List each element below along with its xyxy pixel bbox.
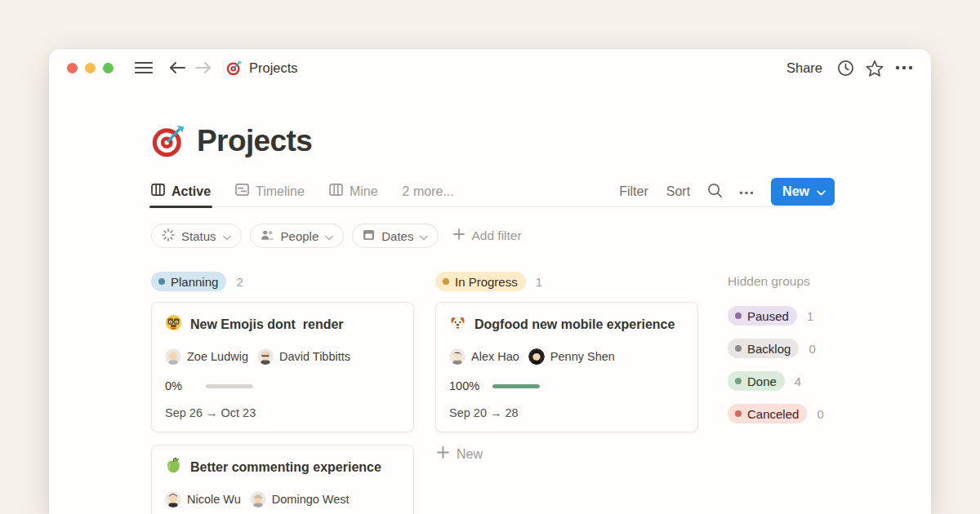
chevron-down-icon xyxy=(817,184,826,199)
person-name: Penny Shen xyxy=(550,350,615,363)
board-view-icon xyxy=(151,184,165,199)
card-progress: 100% xyxy=(449,379,684,392)
search-button[interactable] xyxy=(703,179,727,204)
status-dot xyxy=(735,312,742,319)
clock-icon xyxy=(837,60,854,77)
view-toolbar: Filter Sort New xyxy=(614,178,835,206)
person-name: Domingo West xyxy=(272,493,350,506)
column-in-progress: In Progress 1 Dogfood new mobile experie… xyxy=(435,272,698,463)
arrow-left-icon xyxy=(169,61,185,74)
tab-mine[interactable]: Mine xyxy=(329,176,378,206)
status-pill-paused[interactable]: Paused xyxy=(728,306,797,326)
disguised-face-icon xyxy=(165,314,182,335)
column-count: 1 xyxy=(536,275,542,289)
column-count: 2 xyxy=(236,275,243,289)
minimize-window-button[interactable] xyxy=(85,63,96,73)
status-dot xyxy=(158,278,165,285)
group-count: 1 xyxy=(807,309,813,323)
timeline-view-icon xyxy=(235,184,249,199)
status-filter-chip[interactable]: Status xyxy=(151,224,242,248)
group-count: 0 xyxy=(817,407,823,421)
status-pill-backlog[interactable]: Backlog xyxy=(728,339,799,358)
hidden-group-canceled[interactable]: Canceled 0 xyxy=(728,404,824,423)
avatar xyxy=(165,491,181,507)
status-pill-in-progress[interactable]: In Progress xyxy=(435,272,526,291)
project-card[interactable]: New Emojis dont render Zoe Ludwig David … xyxy=(151,302,414,432)
kanban-board: Planning 2 New Emojis dont render Zoe Lu… xyxy=(151,272,835,514)
person-name: Nicole Wu xyxy=(187,493,241,506)
sort-button[interactable]: Sort xyxy=(662,181,695,202)
favorite-button[interactable] xyxy=(864,58,885,78)
people-filter-chip[interactable]: People xyxy=(250,224,345,248)
green-apple-icon xyxy=(165,457,182,477)
view-options-button[interactable] xyxy=(735,182,758,201)
person-name: Alex Hao xyxy=(471,350,519,363)
titlebar-actions: Share xyxy=(782,57,915,79)
share-button[interactable]: Share xyxy=(782,57,827,79)
target-icon xyxy=(226,60,242,76)
status-dot xyxy=(443,278,449,285)
hidden-groups-list: Paused 1 Backlog 0 Done 4 Canceled xyxy=(728,306,824,423)
status-pill-planning[interactable]: Planning xyxy=(151,272,226,291)
forward-button[interactable] xyxy=(194,60,213,76)
card-people: Nicole Wu Domingo West xyxy=(165,491,400,507)
card-dates: Sep 20 → 28 xyxy=(449,406,684,419)
ellipsis-icon xyxy=(739,185,754,197)
page-title: Projects xyxy=(197,124,312,158)
arrow-right-icon xyxy=(195,61,212,74)
person-name: Zoe Ludwig xyxy=(187,350,248,363)
progress-track xyxy=(206,384,253,388)
hidden-group-backlog[interactable]: Backlog 0 xyxy=(728,339,824,358)
traffic-lights xyxy=(67,63,114,73)
hidden-group-paused[interactable]: Paused 1 xyxy=(728,306,824,326)
zoom-window-button[interactable] xyxy=(103,63,114,73)
chevron-down-icon xyxy=(420,229,428,243)
back-button[interactable] xyxy=(167,60,187,76)
people-icon xyxy=(261,229,274,243)
app-window: Projects Share Projects xyxy=(49,49,931,514)
status-pill-done[interactable]: Done xyxy=(728,371,785,391)
hidden-group-done[interactable]: Done 4 xyxy=(728,371,824,391)
filter-button[interactable]: Filter xyxy=(614,181,653,202)
close-window-button[interactable] xyxy=(67,63,78,73)
window-more-button[interactable] xyxy=(893,64,915,72)
add-filter-button[interactable]: Add filter xyxy=(453,228,521,243)
status-dot xyxy=(735,345,742,352)
chevron-down-icon xyxy=(223,229,231,243)
window-title: Projects xyxy=(249,60,298,76)
plus-icon xyxy=(437,446,449,462)
tab-timeline[interactable]: Timeline xyxy=(235,176,305,206)
hamburger-icon xyxy=(135,61,153,74)
tabs-more[interactable]: 2 more... xyxy=(403,176,454,206)
updates-button[interactable] xyxy=(835,58,856,78)
dates-filter-chip[interactable]: Dates xyxy=(352,224,439,248)
card-people: Alex Hao Penny Shen xyxy=(449,348,684,365)
calendar-icon xyxy=(363,228,375,243)
hidden-groups-panel: Hidden groups Paused 1 Backlog 0 Done 4 xyxy=(728,272,824,436)
status-dot xyxy=(735,410,742,417)
chevron-down-icon xyxy=(325,229,333,243)
card-dates: Sep 26 → Oct 23 xyxy=(165,406,400,419)
progress-label: 100% xyxy=(449,379,479,392)
status-burst-icon xyxy=(162,228,175,244)
sidebar-menu-button[interactable] xyxy=(133,60,154,76)
star-icon xyxy=(866,60,884,77)
group-count: 4 xyxy=(795,374,801,388)
board-view-icon xyxy=(329,184,343,199)
avatar xyxy=(449,348,466,365)
project-card[interactable]: Dogfood new mobile experience Alex Hao P… xyxy=(435,302,698,432)
new-card-button[interactable]: New xyxy=(435,445,484,463)
ellipsis-icon xyxy=(895,65,913,70)
card-progress: 0% xyxy=(165,379,400,392)
card-title: Better commenting experience xyxy=(190,460,381,475)
new-button[interactable]: New xyxy=(771,178,835,206)
filter-chips-bar: Status People Dates Add filter xyxy=(151,224,835,248)
status-pill-canceled[interactable]: Canceled xyxy=(728,404,807,423)
tab-active[interactable]: Active xyxy=(151,176,211,206)
column-header: Planning 2 xyxy=(151,272,414,291)
avatar xyxy=(250,491,266,507)
column-header: In Progress 1 xyxy=(435,272,698,291)
group-count: 0 xyxy=(808,342,815,356)
project-card[interactable]: Better commenting experience Nicole Wu D… xyxy=(151,445,414,514)
page-header: Projects xyxy=(151,122,835,160)
